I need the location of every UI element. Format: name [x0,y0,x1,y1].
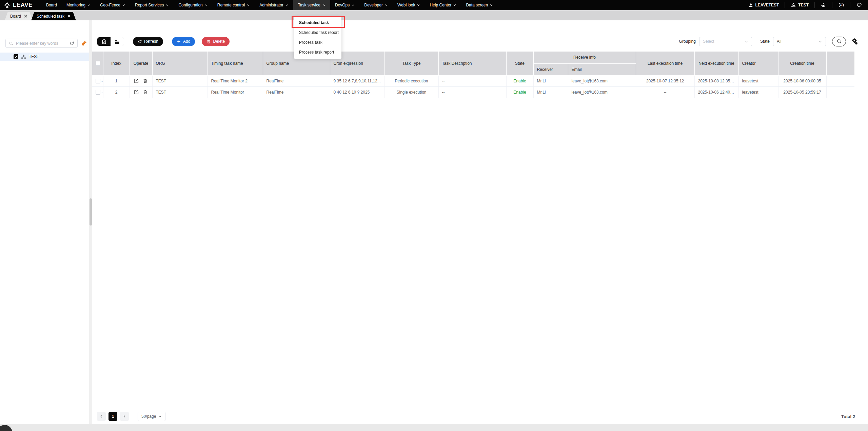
menu-item-process-task-report[interactable]: Process task report [294,47,341,57]
siren-icon [821,2,826,8]
menu-item-process-task[interactable]: Process task [294,38,341,47]
chevron-down-icon [165,3,169,7]
refresh-icon[interactable] [70,41,74,46]
org-sidebar: TEST [0,20,89,424]
select-all-checkbox[interactable] [96,61,100,66]
prev-page-button[interactable] [97,412,106,421]
nav-menu: Board Monitoring Geo-Fence Report Servic… [41,0,498,10]
nav-item-monitoring[interactable]: Monitoring [62,0,95,10]
broom-icon[interactable] [81,40,87,46]
next-page-button[interactable] [120,412,129,421]
col-task-description: Task Description [438,52,506,75]
vertical-scrollbar[interactable] [89,20,92,424]
chevron-left-icon [100,415,103,418]
alarm-button[interactable] [814,2,832,8]
chevron-down-icon [384,3,388,7]
sidebar-search[interactable] [5,39,78,48]
folder-icon [114,39,120,45]
tab-board-label: Board [10,14,21,19]
scheduled-task-table: Index Operate ORG Timing task name Group… [92,52,854,98]
nav-item-administrator[interactable]: Administrator [255,0,293,10]
chevron-down-icon [122,3,125,7]
nav-item-webhook[interactable]: WebHook [393,0,425,10]
checkbox-checked[interactable] [14,54,18,59]
logo-mountain-icon [3,1,11,9]
nav-item-data-screen[interactable]: Data screen [461,0,498,10]
user-name: LEAVETEST [755,3,779,7]
task-view-button[interactable] [97,37,111,46]
tab-board[interactable]: Board [5,12,33,20]
col-org: ORG [152,52,208,75]
toolbar: Refresh Add Delete Grouping Select State… [92,20,868,46]
nav-item-task-service[interactable]: Task service [293,0,330,10]
nav-item-board[interactable]: Board [41,0,62,10]
tab-bar: Board Scheduled task [0,10,868,20]
ai-icon: AI [838,2,844,8]
folder-view-button[interactable] [111,37,124,46]
task-service-dropdown: Scheduled task Scheduled task report Pro… [294,17,341,59]
edit-icon[interactable] [134,78,139,83]
nav-item-devops[interactable]: DevOps [330,0,359,10]
chevron-down-icon [417,3,420,7]
tab-scheduled-task[interactable]: Scheduled task [31,12,76,20]
row-checkbox[interactable] [96,90,100,95]
chevron-down-icon [351,3,355,7]
svg-text:AI: AI [840,4,843,6]
menu-item-scheduled-task[interactable]: Scheduled task [294,18,341,28]
trash-icon[interactable] [143,90,148,95]
nav-item-help-center[interactable]: Help Center [425,0,461,10]
app-logo: LEAVE [0,1,33,9]
trash-icon[interactable] [143,78,148,83]
nav-item-geo-fence[interactable]: Geo-Fence [95,0,130,10]
chevron-down-icon [285,3,289,7]
clipboard-check-icon [101,39,107,44]
column-settings-button[interactable] [851,38,859,45]
nav-item-report-services[interactable]: Report Services [130,0,174,10]
col-state: State [506,52,533,75]
menu-item-scheduled-task-report[interactable]: Scheduled task report [294,28,341,38]
plus-icon [177,39,181,44]
tree-item-label: TEST [29,54,39,59]
search-icon [9,41,14,46]
chevron-down-icon [453,3,456,7]
col-next-execution-time: Next execution time [694,52,738,75]
refresh-button[interactable]: Refresh [133,37,163,46]
table-row[interactable]: 2 TEST Real Time Monitor RealTime 0 40 1… [92,86,854,98]
grouping-select[interactable]: Select [699,37,752,46]
tab-scheduled-task-label: Scheduled task [37,14,64,19]
sidebar-search-input[interactable] [16,41,67,46]
tree-item-org-test[interactable]: TEST [0,53,89,61]
chevron-up-icon [322,3,326,7]
chevron-down-icon [204,3,208,7]
feedback-button[interactable] [850,2,868,8]
state-select[interactable]: All [773,37,826,46]
search-icon [836,39,842,44]
scrollbar-thumb[interactable] [90,198,92,226]
trash-icon [206,39,211,44]
chevron-down-icon [246,3,250,7]
close-icon[interactable] [24,15,27,18]
row-checkbox[interactable] [96,79,100,83]
logo-text: LEAVE [13,2,33,8]
delete-button[interactable]: Delete [202,37,230,46]
pagination: 1 50/page [97,412,165,421]
org-menu[interactable]: TEST [785,2,814,8]
table-row[interactable]: 1 TEST Real Time Monitor 2 RealTime 9 35… [92,75,854,86]
search-submit-button[interactable] [832,37,846,46]
page-number-current[interactable]: 1 [108,412,117,421]
status-badge: Enable [506,86,533,98]
edit-icon[interactable] [134,90,139,95]
refresh-icon [138,39,142,44]
nav-item-configuration[interactable]: Configuration [174,0,212,10]
top-navigation: LEAVE Board Monitoring Geo-Fence Report … [0,0,868,10]
org-triangle-icon [791,2,796,8]
add-button[interactable]: Add [172,37,195,46]
nav-item-developer[interactable]: Developer [359,0,393,10]
col-creator: Creator [738,52,778,75]
user-account-menu[interactable]: LEAVETEST [743,2,785,8]
close-icon[interactable] [67,15,71,18]
ai-assistant-button[interactable]: AI [832,2,850,8]
col-creation-time: Creation time [778,52,826,75]
page-size-select[interactable]: 50/page [138,412,165,421]
nav-item-remote-control[interactable]: Remote control [213,0,255,10]
